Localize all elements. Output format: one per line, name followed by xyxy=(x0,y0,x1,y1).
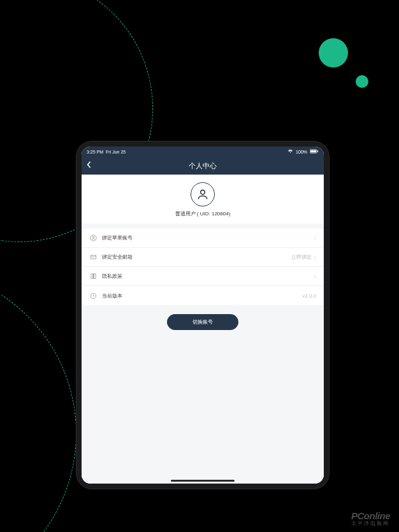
status-date: Fri Jun 25 xyxy=(106,150,126,154)
watermark-logo: PConline xyxy=(351,511,390,522)
book-icon xyxy=(89,273,97,280)
user-icon xyxy=(89,234,97,242)
avatar xyxy=(191,182,215,206)
svg-rect-2 xyxy=(317,150,318,152)
decorative-dashed-circle xyxy=(0,268,76,532)
user-label: 普通用户 ( UID: 120804) xyxy=(82,210,324,217)
list-item-privacy[interactable]: 隐私政策 › xyxy=(82,267,324,286)
list-item-label: 当前版本 xyxy=(102,292,302,299)
nav-header: 个人中心 xyxy=(82,157,324,175)
list-item-label: 绑定安全邮箱 xyxy=(102,254,291,261)
decorative-dot xyxy=(319,38,348,68)
status-time: 3:25 PM xyxy=(87,150,103,154)
list-item-bind-email[interactable]: 绑定安全邮箱 立即绑定 › xyxy=(82,248,324,267)
home-indicator xyxy=(171,480,235,482)
content-area: 普通用户 ( UID: 120804) 绑定苹果账号 › xyxy=(82,175,324,484)
svg-rect-1 xyxy=(310,150,316,153)
page-title: 个人中心 xyxy=(189,161,217,171)
chevron-right-icon: › xyxy=(314,273,316,280)
chevron-right-icon: › xyxy=(314,254,316,261)
list-item-label: 隐私政策 xyxy=(102,273,312,280)
list-item-label: 绑定苹果账号 xyxy=(102,234,312,241)
list-item-tail: › xyxy=(312,235,316,241)
svg-point-5 xyxy=(92,236,94,238)
tablet-screen: 3:25 PM Fri Jun 25 100% 个人中心 xyxy=(82,147,324,484)
mail-icon xyxy=(89,254,97,261)
battery-icon xyxy=(310,149,319,154)
list-item-tail: › xyxy=(312,273,316,280)
settings-list: 绑定苹果账号 › 绑定安全邮箱 立即绑定 › xyxy=(82,229,324,305)
list-item-bind-apple[interactable]: 绑定苹果账号 › xyxy=(82,229,324,248)
profile-section: 普通用户 ( UID: 120804) xyxy=(82,175,324,224)
list-item-version: 当前版本 v2.0.0 xyxy=(82,286,324,305)
switch-account-button[interactable]: 切换账号 xyxy=(167,314,238,330)
status-bar: 3:25 PM Fri Jun 25 100% xyxy=(82,147,324,157)
decorative-dot xyxy=(356,75,368,88)
wifi-icon xyxy=(287,149,293,154)
clock-icon xyxy=(89,292,97,299)
chevron-right-icon: › xyxy=(314,235,316,241)
watermark: PConline 太平洋电脑网 xyxy=(351,511,390,527)
back-button[interactable] xyxy=(87,161,92,171)
status-battery: 100% xyxy=(296,150,307,154)
tablet-frame: 3:25 PM Fri Jun 25 100% 个人中心 xyxy=(76,141,329,489)
list-item-tail: 立即绑定 › xyxy=(291,254,316,261)
svg-point-3 xyxy=(201,190,205,194)
list-item-tail: v2.0.0 xyxy=(302,293,316,299)
watermark-sub: 太平洋电脑网 xyxy=(351,521,390,527)
